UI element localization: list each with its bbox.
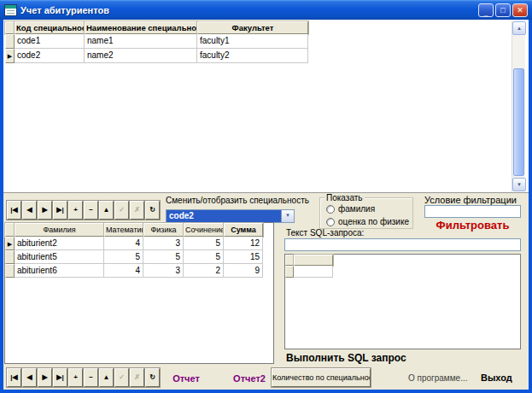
count-by-specialty-button[interactable]: Количество по специальностям xyxy=(272,368,371,387)
students-grid-panel: Фамилия Математика Физика Сочинение Сумм… xyxy=(4,222,274,364)
nav-delete-button[interactable]: − xyxy=(84,201,98,220)
table-cell[interactable]: name2 xyxy=(85,49,197,63)
sql-grid-header-row xyxy=(285,255,520,266)
radio-icon[interactable] xyxy=(326,205,335,214)
nav-refresh-button[interactable]: ↻ xyxy=(145,368,160,387)
sql-result-grid[interactable] xyxy=(284,254,521,349)
radio-physics-grade[interactable]: оценка по физике xyxy=(326,217,409,226)
table-row[interactable]: ▶ code2 name2 faculty2 xyxy=(5,49,308,63)
active-row-indicator-icon: ▶ xyxy=(5,237,15,250)
combobox-selected-value[interactable]: code2 xyxy=(167,210,281,222)
nav-prior-button[interactable]: ◀ xyxy=(22,201,37,220)
table-row[interactable] xyxy=(285,266,520,278)
nav-next-button[interactable]: ▶ xyxy=(38,201,52,220)
table-cell[interactable]: 2 xyxy=(184,264,224,278)
nav-last-button[interactable]: ▶| xyxy=(53,201,67,220)
table-cell[interactable]: 4 xyxy=(104,237,143,250)
table-cell[interactable]: 3 xyxy=(143,264,184,278)
scrollbar-thumb[interactable] xyxy=(513,68,524,176)
nav-delete-button[interactable]: − xyxy=(84,368,98,387)
radio-surname[interactable]: фамилия xyxy=(326,204,375,214)
column-header xyxy=(294,255,333,266)
row-indicator-cell xyxy=(285,266,294,278)
sql-query-input[interactable] xyxy=(284,238,521,251)
table-cell[interactable]: name1 xyxy=(85,34,197,49)
table-cell[interactable]: 5 xyxy=(143,250,184,264)
scroll-up-icon[interactable]: ▲ xyxy=(512,21,526,35)
table-cell[interactable]: 12 xyxy=(224,237,263,250)
nav-insert-button[interactable]: + xyxy=(68,201,83,220)
radio-surname-label: фамилия xyxy=(338,204,375,214)
window-border-left xyxy=(0,0,3,393)
indicator-header-cell xyxy=(5,21,15,34)
specialties-grid[interactable]: Код специальности Наименование специальн… xyxy=(5,21,308,63)
maximize-button[interactable]: □ xyxy=(495,3,511,17)
specialty-combo-label: Сменить/отобразить специальность xyxy=(166,196,309,205)
table-cell[interactable]: faculty1 xyxy=(197,34,308,49)
nav-insert-button[interactable]: + xyxy=(68,368,83,387)
table-cell[interactable] xyxy=(294,266,333,278)
vertical-scrollbar[interactable]: ▲ ▼ xyxy=(512,21,525,191)
table-cell[interactable]: 3 xyxy=(143,237,184,250)
about-button[interactable]: О программе... xyxy=(408,373,468,383)
table-cell[interactable]: 5 xyxy=(104,250,143,264)
table-cell[interactable]: abiturient2 xyxy=(15,237,104,250)
table-cell[interactable]: code2 xyxy=(15,49,85,63)
window-border-bottom xyxy=(0,390,532,393)
indicator-header-cell xyxy=(285,255,294,266)
nav-cancel-button: ✗ xyxy=(130,201,144,220)
students-grid[interactable]: Фамилия Математика Физика Сочинение Сумм… xyxy=(5,223,273,278)
scroll-down-icon[interactable]: ▼ xyxy=(512,178,526,191)
column-header: Наименование специальности xyxy=(85,21,197,34)
row-indicator-cell xyxy=(5,250,15,264)
report-button[interactable]: Отчет xyxy=(167,373,205,384)
students-header-row: Фамилия Математика Физика Сочинение Сумм… xyxy=(5,223,273,237)
report2-button[interactable]: Отчет2 xyxy=(229,373,270,384)
nav-edit-button[interactable]: ▲ xyxy=(99,201,114,220)
filter-button[interactable]: Фильтровать xyxy=(424,219,521,232)
table-cell[interactable]: abiturient5 xyxy=(15,250,104,264)
exit-button[interactable]: Выход xyxy=(481,372,512,383)
column-header: Математика xyxy=(104,223,143,237)
table-cell[interactable]: abiturient6 xyxy=(15,264,104,278)
table-row[interactable]: ▶ abiturient2 4 3 5 12 xyxy=(5,237,273,250)
db-navigator-bottom: |◀ ◀ ▶ ▶| + − ▲ ✓ ✗ ↻ xyxy=(7,368,161,387)
nav-edit-button[interactable]: ▲ xyxy=(99,368,114,387)
column-header: Фамилия xyxy=(15,223,104,237)
table-cell[interactable]: faculty2 xyxy=(197,49,308,63)
column-header: Физика xyxy=(143,223,184,237)
specialties-header-row: Код специальности Наименование специальн… xyxy=(5,21,308,34)
nav-last-button[interactable]: ▶| xyxy=(53,368,67,387)
column-header: Факультет xyxy=(197,21,308,34)
table-cell[interactable]: 5 xyxy=(184,237,224,250)
nav-refresh-button[interactable]: ↻ xyxy=(145,201,160,220)
table-row[interactable]: abiturient5 5 5 5 15 xyxy=(5,250,273,264)
table-row[interactable]: abiturient6 4 3 2 9 xyxy=(5,264,273,278)
nav-next-button[interactable]: ▶ xyxy=(38,368,52,387)
table-cell[interactable]: 5 xyxy=(184,250,224,264)
minimize-button[interactable]: _ xyxy=(478,3,494,17)
filter-condition-input[interactable] xyxy=(424,205,521,218)
close-button[interactable]: ✕ xyxy=(512,3,528,17)
window-title: Учет абитуриентов xyxy=(20,5,109,15)
table-cell[interactable]: code1 xyxy=(15,34,85,49)
specialty-combobox[interactable]: code2 ▼ xyxy=(166,209,295,223)
nav-first-button[interactable]: |◀ xyxy=(7,368,21,387)
active-row-indicator-icon: ▶ xyxy=(5,49,15,63)
table-row[interactable]: code1 name1 faculty1 xyxy=(5,34,308,49)
sql-query-label: Текст SQL-запроса: xyxy=(286,228,364,238)
indicator-header-cell xyxy=(5,223,15,237)
table-cell[interactable]: 4 xyxy=(104,264,143,278)
execute-sql-button[interactable]: Выполнить SQL запрос xyxy=(286,352,406,364)
radio-physics-grade-label: оценка по физике xyxy=(338,217,409,226)
column-header: Сумма xyxy=(224,223,263,237)
table-cell[interactable]: 9 xyxy=(224,264,263,278)
table-cell[interactable]: 15 xyxy=(224,250,263,264)
nav-prior-button[interactable]: ◀ xyxy=(22,368,37,387)
chevron-down-icon[interactable]: ▼ xyxy=(281,210,294,222)
specialties-grid-panel: Код специальности Наименование специальн… xyxy=(3,20,529,193)
radio-icon[interactable] xyxy=(326,218,335,226)
title-bar: Учет абитуриентов _ □ ✕ xyxy=(0,0,532,20)
row-indicator-cell xyxy=(5,264,15,278)
nav-first-button[interactable]: |◀ xyxy=(7,201,21,220)
